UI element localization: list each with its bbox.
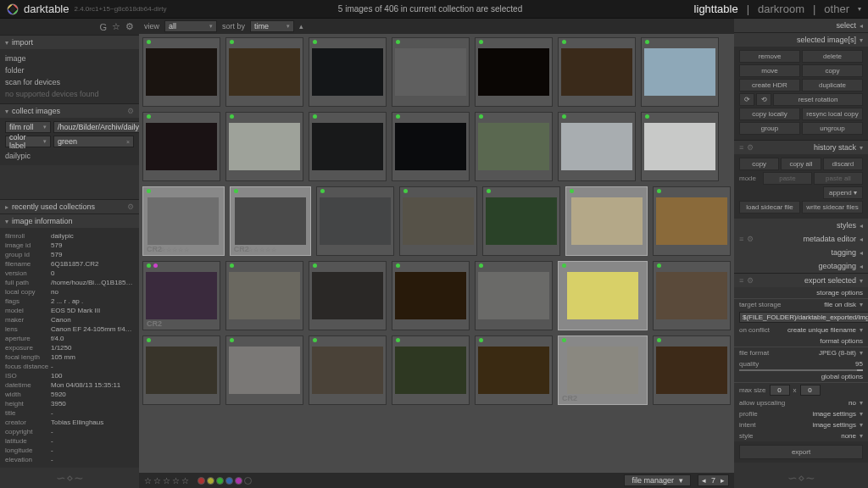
thumbnail[interactable]: [309, 336, 387, 405]
thumbnail[interactable]: [558, 112, 636, 181]
star-icon[interactable]: ☆: [112, 21, 120, 32]
thumbnail[interactable]: [475, 37, 553, 107]
rotate-ccw-button[interactable]: ⟲: [756, 93, 771, 106]
hdr-button[interactable]: create HDR: [739, 79, 800, 92]
move-button[interactable]: move: [739, 64, 800, 77]
thumbnail[interactable]: [558, 261, 648, 330]
thumb-stars[interactable]: ☆☆☆☆☆: [160, 247, 190, 253]
preferences-icon[interactable]: ⚙: [127, 107, 134, 115]
panel-selimg-header[interactable]: selected image[s]▾: [734, 33, 868, 47]
thumbnail[interactable]: [309, 261, 387, 330]
upscale-value[interactable]: no: [849, 399, 856, 407]
copy-button[interactable]: copy: [802, 64, 863, 77]
thumbnail[interactable]: CR2☆☆☆☆☆: [230, 186, 312, 256]
thumbnail-grid[interactable]: CR2☆☆☆☆☆CR2☆☆☆☆☆CR2CR2: [139, 34, 734, 473]
thumbnail[interactable]: [565, 186, 648, 256]
hist-pasteall[interactable]: paste all: [814, 172, 863, 185]
write-sidecar[interactable]: write sidecar files: [802, 201, 863, 214]
panel-export-header[interactable]: ≡⚙export selected▾: [734, 274, 868, 287]
preferences-icon[interactable]: ⚙: [127, 202, 134, 211]
collect-type-select[interactable]: color label▾: [5, 136, 51, 147]
delete-button[interactable]: delete: [802, 50, 863, 63]
thumbnail[interactable]: [399, 186, 477, 256]
color-purple[interactable]: [235, 477, 242, 485]
thumbnail[interactable]: CR2☆☆☆☆☆: [142, 186, 225, 256]
import-folder[interactable]: folder: [5, 64, 134, 76]
nav-lighttable[interactable]: lighttable: [694, 3, 738, 15]
thumbnail[interactable]: [142, 336, 220, 405]
panel-select-header[interactable]: select◂: [734, 19, 868, 32]
thumbnail[interactable]: [225, 37, 303, 107]
thumbnail[interactable]: [475, 261, 553, 330]
thumbnail[interactable]: [653, 336, 731, 405]
style-value[interactable]: none: [841, 432, 856, 440]
remove-button[interactable]: remove: [739, 50, 800, 63]
panel-metadata-header[interactable]: ≡⚙metadata editor◂: [734, 232, 868, 246]
export-path-input[interactable]: $(FILE_FOLDER)/darktable_exported/img: [739, 312, 868, 323]
gear-icon[interactable]: ⚙: [125, 21, 134, 32]
intent-value[interactable]: image settings: [812, 421, 856, 429]
color-blue[interactable]: [225, 477, 233, 485]
star-rating-control[interactable]: ☆☆☆☆☆: [144, 476, 191, 485]
thumbnail[interactable]: [225, 261, 303, 330]
collect-value-input[interactable]: /houz/Bilder/Archiv/dailypic×: [53, 121, 139, 133]
panel-import-header[interactable]: ▾ import: [0, 35, 139, 49]
panel-collect-header[interactable]: ▾ collect images ⚙: [0, 103, 139, 118]
hist-copyall[interactable]: copy all: [781, 158, 821, 170]
thumbnail[interactable]: CR2: [558, 336, 648, 405]
thumbnail[interactable]: [225, 112, 303, 181]
thumb-stars[interactable]: ☆☆☆☆☆: [248, 247, 277, 253]
thumbnail[interactable]: [475, 336, 553, 405]
resync-button[interactable]: resync local copy: [802, 108, 863, 120]
target-value[interactable]: file on disk: [824, 301, 856, 308]
panel-tagging-header[interactable]: tagging◂: [734, 246, 868, 259]
layout-select[interactable]: file manager▾: [624, 474, 691, 486]
thumbnail[interactable]: [392, 261, 470, 330]
thumbnail[interactable]: [225, 336, 303, 405]
format-value[interactable]: JPEG (8-bit): [819, 349, 856, 357]
thumbnail[interactable]: [309, 37, 387, 107]
thumbnail[interactable]: [482, 186, 560, 256]
nav-other[interactable]: other: [824, 3, 849, 15]
hist-discard[interactable]: discard: [823, 158, 863, 170]
panel-styles-header[interactable]: styles◂: [734, 219, 868, 232]
thumbnail[interactable]: [641, 37, 719, 107]
collect-value-input[interactable]: green×: [53, 136, 134, 147]
panel-history-header[interactable]: ≡⚙history stack▾: [734, 141, 868, 154]
maxw-input[interactable]: 0: [770, 385, 790, 396]
sort-select[interactable]: time▾: [250, 20, 294, 32]
nav-darkroom[interactable]: darkroom: [758, 3, 804, 15]
thumbnail[interactable]: [142, 112, 220, 181]
collect-result[interactable]: dailypic: [5, 150, 134, 162]
hist-append[interactable]: append ▾: [823, 186, 863, 199]
view-select[interactable]: all▾: [164, 20, 217, 32]
thumbnail[interactable]: [558, 37, 636, 107]
reset-rotation-button[interactable]: reset rotation: [773, 93, 863, 106]
thumbnail[interactable]: [309, 112, 387, 181]
import-image[interactable]: image: [5, 53, 134, 64]
color-red[interactable]: [198, 477, 205, 485]
panel-recent-header[interactable]: ▸ recently used collections ⚙: [0, 199, 139, 214]
duplicate-button[interactable]: duplicate: [802, 79, 863, 92]
thumbnail[interactable]: [392, 37, 470, 107]
import-scan[interactable]: scan for devices: [5, 76, 134, 88]
copylocal-button[interactable]: copy locally: [739, 108, 800, 120]
sort-dir-icon[interactable]: ▴: [299, 22, 303, 30]
thumbnail[interactable]: [142, 37, 220, 107]
load-sidecar[interactable]: load sidecar file: [739, 201, 800, 214]
conflict-value[interactable]: create unique filename: [787, 326, 856, 334]
thumbnail[interactable]: [641, 112, 719, 181]
thumbnail[interactable]: [316, 186, 394, 256]
zoom-level[interactable]: ◂7▸: [698, 474, 729, 486]
thumbnail[interactable]: [392, 336, 470, 405]
hist-copy[interactable]: copy: [739, 158, 779, 170]
collect-type-select[interactable]: film roll▾: [5, 121, 51, 133]
chevron-down-icon[interactable]: ▾: [858, 5, 861, 13]
thumbnail[interactable]: [653, 261, 731, 330]
thumbnail[interactable]: [392, 112, 470, 181]
hist-paste[interactable]: paste: [763, 172, 812, 185]
maxh-input[interactable]: 0: [800, 385, 821, 396]
rotate-cw-button[interactable]: ⟳: [739, 93, 754, 106]
group-button[interactable]: group: [739, 122, 800, 135]
quality-value[interactable]: 95: [855, 360, 863, 368]
